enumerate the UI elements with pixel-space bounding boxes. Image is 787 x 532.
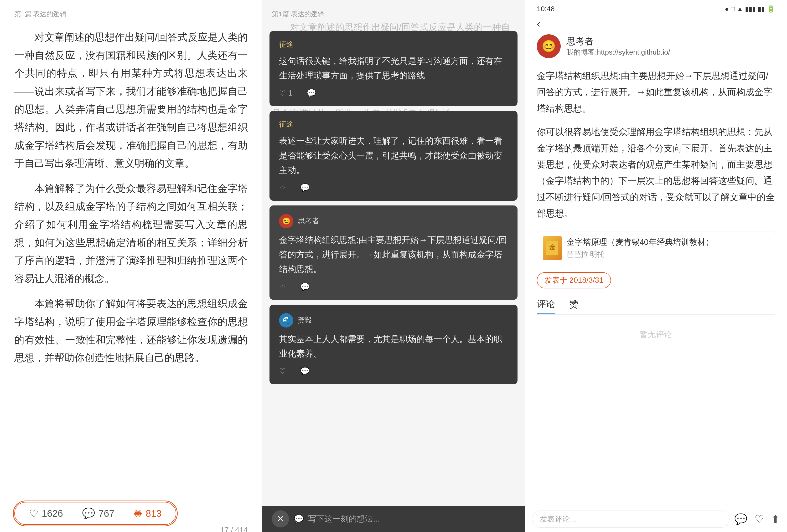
comment-4-username: 龚毅 bbox=[298, 315, 312, 325]
comments-overlay: 征途 这句话很关键，给我指明了不光只是学习沟通方面，还有在生活处理琐事方面，提供… bbox=[262, 17, 525, 503]
middle-bottom-bar: ✕ 💬 写下这一刻的想法... bbox=[262, 506, 525, 532]
author-name: 思考者 bbox=[567, 35, 670, 47]
right-like-icon[interactable]: ♡ bbox=[754, 513, 764, 525]
comment-placeholder: 发表评论... bbox=[539, 514, 576, 524]
book-info: 金字塔原理（麦肯锡40年经典培训教材） 芭芭拉·明托 bbox=[567, 237, 714, 259]
date-badge: 发表于 2018/3/31 bbox=[537, 272, 611, 288]
left-para-1: 对文章阐述的思想作出疑问/回答式反应是人类的一种自然反应，没有国籍和民族的区别。… bbox=[14, 28, 248, 172]
like-icon: ♡ bbox=[29, 507, 38, 519]
article-content: 金字塔结构组织思想:由主要思想开始→下层思想通过疑问/回答的方式，进行展开。→如… bbox=[537, 68, 775, 222]
comment-4-like[interactable]: ♡ bbox=[279, 367, 286, 376]
status-icons: ● □ ▲ ▮▮▮ ▮▮ 🔋 bbox=[725, 5, 775, 13]
article-para-2: 你可以很容易地使受众理解用金字塔结构组织的思想：先从金字塔的最顶端开始，沿各个分… bbox=[537, 124, 775, 221]
comment-2-reply[interactable]: 💬 bbox=[300, 183, 310, 192]
right-article: 😊 思考者 我的博客:https://sykent.github.io/ 金字塔… bbox=[525, 34, 787, 506]
right-nav[interactable]: ‹ bbox=[525, 15, 787, 34]
comment-4-header: 🌊 龚毅 bbox=[279, 313, 508, 328]
tab-comment[interactable]: 评论 bbox=[537, 298, 555, 314]
book-title: 金字塔原理（麦肯锡40年经典培训教材） bbox=[567, 237, 714, 248]
comment-3-footer: ♡ 💬 bbox=[279, 282, 508, 291]
share-count: 813 bbox=[146, 508, 162, 519]
share-action[interactable]: ✺ 813 bbox=[133, 507, 162, 519]
book-card[interactable]: 金 金字塔原理（麦肯锡40年经典培训教材） 芭芭拉·明托 bbox=[537, 231, 775, 265]
comment-input[interactable]: 发表评论... bbox=[532, 511, 729, 528]
date-row: 发表于 2018/3/31 bbox=[537, 272, 775, 288]
book-cover-art: 金 bbox=[546, 241, 558, 255]
write-hint-text: 写下这一刻的想法... bbox=[308, 513, 380, 524]
right-share-icon[interactable]: ⬆ bbox=[771, 513, 780, 525]
comment-count: 767 bbox=[99, 508, 114, 519]
right-action-icons: 💬 ♡ ⬆ bbox=[734, 513, 780, 525]
left-bottom-bar: ♡ 1626 💬 767 ✺ 813 17 / 414 bbox=[14, 497, 248, 525]
author-info: 思考者 我的博客:https://sykent.github.io/ bbox=[567, 35, 670, 57]
comment-card-3: 😊 思考者 金字塔结构组织思想:由主要思想开始→下层思想通过疑问/回答的方式，进… bbox=[270, 205, 517, 300]
write-hint[interactable]: 💬 写下这一刻的想法... bbox=[294, 513, 515, 524]
close-button[interactable]: ✕ bbox=[272, 510, 289, 528]
middle-panel: 第1篇 表达的逻辑 对文章阐述的思想作出疑问/回答式反应是人类的一种自然反应，没… bbox=[262, 0, 525, 532]
comment-3-like[interactable]: ♡ bbox=[279, 282, 286, 291]
author-blog: 我的博客:https://sykent.github.io/ bbox=[567, 47, 670, 57]
comment-card-4: 🌊 龚毅 其实基本上人人都需要，尤其是职场的每一个人。基本的职业化素养。 ♡ 💬 bbox=[270, 305, 517, 384]
status-bar: 10:48 ● □ ▲ ▮▮▮ ▮▮ 🔋 bbox=[525, 0, 787, 15]
like-action[interactable]: ♡ 1626 bbox=[29, 507, 63, 519]
status-time: 10:48 bbox=[537, 5, 555, 13]
comment-4-avatar: 🌊 bbox=[279, 313, 293, 328]
comment-3-avatar: 😊 bbox=[279, 214, 293, 228]
comment-card-2: 征途 表述一些让大家听进去，理解了，记住的东西很难，看一看是否能够让受众心头一震… bbox=[270, 111, 517, 201]
comment-3-body: 金字塔结构组织思想:由主要思想开始→下层思想通过疑问/回答的方式，进行展开。→如… bbox=[279, 232, 508, 276]
left-breadcrumb: 第1篇 表达的逻辑 bbox=[14, 9, 248, 19]
right-bottom-bar: 发表评论... 💬 ♡ ⬆ bbox=[525, 506, 787, 532]
author-row: 😊 思考者 我的博客:https://sykent.github.io/ bbox=[537, 34, 775, 58]
book-author: 芭芭拉·明托 bbox=[567, 249, 714, 259]
comment-2-like[interactable]: ♡ bbox=[279, 183, 286, 192]
article-para-1: 金字塔结构组织思想:由主要思想开始→下层思想通过疑问/回答的方式，进行展开。→如… bbox=[537, 68, 775, 116]
action-group: ♡ 1626 💬 767 ✺ 813 bbox=[14, 502, 176, 525]
comment-2-label: 征途 bbox=[279, 119, 508, 129]
comment-1-label: 征途 bbox=[279, 40, 508, 49]
left-para-3: 本篇将帮助你了解如何将要表达的思想组织成金字塔结构，说明了使用金字塔原理能够检查… bbox=[14, 295, 248, 367]
comment-1-footer: ♡ 1 💬 bbox=[279, 88, 508, 97]
right-panel: 10:48 ● □ ▲ ▮▮▮ ▮▮ 🔋 ‹ 😊 思考者 我的博客:https:… bbox=[525, 0, 787, 532]
comment-icon: 💬 bbox=[82, 507, 95, 519]
comment-3-reply[interactable]: 💬 bbox=[300, 282, 310, 291]
left-panel: 第1篇 表达的逻辑 对文章阐述的思想作出疑问/回答式反应是人类的一种自然反应，没… bbox=[0, 0, 262, 532]
page-number: 17 / 414 bbox=[220, 526, 248, 532]
comment-1-like[interactable]: ♡ 1 bbox=[279, 88, 292, 97]
no-comment-text: 暂无评论 bbox=[537, 319, 775, 350]
author-avatar: 😊 bbox=[537, 34, 561, 58]
back-button[interactable]: ‹ bbox=[537, 18, 540, 29]
comment-action[interactable]: 💬 767 bbox=[82, 507, 114, 519]
right-comment-icon[interactable]: 💬 bbox=[734, 513, 747, 525]
like-count: 1626 bbox=[42, 508, 63, 519]
left-content: 对文章阐述的思想作出疑问/回答式反应是人类的一种自然反应，没有国籍和民族的区别。… bbox=[14, 28, 248, 492]
tab-like[interactable]: 赞 bbox=[569, 298, 578, 314]
left-para-2: 本篇解释了为什么受众最容易理解和记住金字塔结构，以及组成金字塔的子结构之间如何互… bbox=[14, 179, 248, 288]
comment-4-body: 其实基本上人人都需要，尤其是职场的每一个人。基本的职业化素养。 bbox=[279, 332, 508, 361]
comment-2-footer: ♡ 💬 bbox=[279, 183, 508, 192]
comment-4-footer: ♡ 💬 bbox=[279, 367, 508, 376]
book-cover: 金 bbox=[543, 236, 562, 260]
write-hint-icon: 💬 bbox=[294, 514, 304, 524]
battery-icon: ● □ ▲ ▮▮▮ ▮▮ 🔋 bbox=[725, 5, 775, 13]
comment-card-1: 征途 这句话很关键，给我指明了不光只是学习沟通方面，还有在生活处理琐事方面，提供… bbox=[270, 31, 517, 106]
comment-3-header: 😊 思考者 bbox=[279, 214, 508, 228]
comment-1-reply[interactable]: 💬 bbox=[307, 88, 316, 97]
svg-text:金: 金 bbox=[549, 243, 556, 251]
comment-4-reply[interactable]: 💬 bbox=[300, 367, 310, 376]
comment-1-body: 这句话很关键，给我指明了不光只是学习沟通方面，还有在生活处理琐事方面，提供了思考… bbox=[279, 53, 508, 83]
share-icon: ✺ bbox=[133, 507, 142, 519]
comment-2-body: 表述一些让大家听进去，理解了，记住的东西很难，看一看是否能够让受众心头一震，引起… bbox=[279, 133, 508, 177]
tabs-row: 评论 赞 bbox=[537, 298, 775, 315]
comment-3-username: 思考者 bbox=[298, 216, 319, 226]
